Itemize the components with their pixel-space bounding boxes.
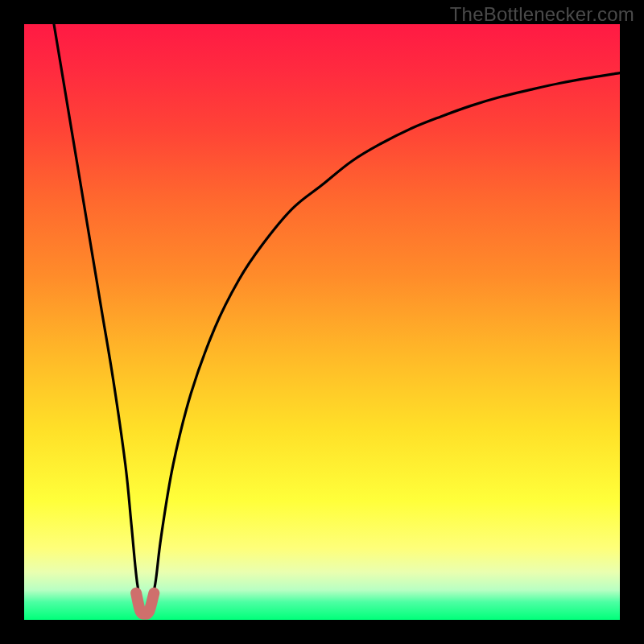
curve-layer <box>24 24 620 620</box>
bottleneck-curve <box>54 24 620 611</box>
chart-frame: TheBottlenecker.com <box>0 0 644 644</box>
plot-area <box>24 24 620 620</box>
optimal-marker <box>136 593 154 614</box>
watermark-text: TheBottlenecker.com <box>450 3 634 26</box>
